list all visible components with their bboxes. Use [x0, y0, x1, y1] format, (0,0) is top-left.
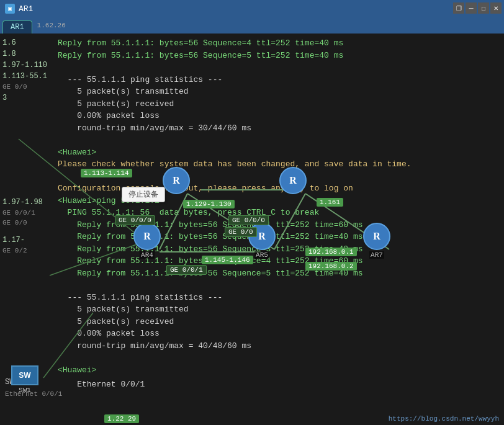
tag-1113-1114: 1.113-1.114 [81, 169, 132, 177]
side-label: 3 [2, 92, 50, 104]
title-bar: ▣ AR1 ❐ ─ □ ✕ [0, 0, 504, 17]
tag-192-168-0-2: 192.168.0.2 [305, 262, 357, 271]
side-label: GE 0/0/1 [2, 208, 50, 218]
sw1-label: SW1 [5, 377, 19, 388]
terminal-line [58, 352, 499, 364]
tag-ge000-2: GE 0/0/0 [228, 215, 269, 225]
tag-1145-1146: 1.145-1.146 [202, 256, 253, 264]
tab-sublabel: 1.62.26 [37, 22, 66, 29]
terminal-line: --- 55.1.1.1 ping statistics --- [58, 292, 499, 304]
stop-device-tooltip[interactable]: 停止设备 [122, 187, 165, 202]
side-label: 1.97-1.98 [2, 197, 50, 208]
terminal-line: Reply from 55.1.1.1: bytes=56 Sequence=2… [58, 231, 499, 243]
blog-url: https://blog.csdn.net/wwyyh [389, 415, 499, 423]
terminal-line: 5 packet(s) transmitted [58, 86, 499, 98]
terminal-line [58, 134, 499, 146]
terminal-line: round-trip min/avg/max = 30/44/60 ms [58, 122, 499, 135]
side-label: GE 0/0 [2, 218, 50, 228]
app-icon: ▣ [5, 4, 15, 14]
terminal-line: Reply from 55.1.1.1: bytes=56 Sequence=4… [58, 255, 499, 267]
terminal-line: 5 packet(s) received [58, 316, 499, 328]
window-title: AR1 [19, 4, 33, 14]
tag-ge00: GE 0/0 [225, 227, 257, 237]
restore-button[interactable]: ❐ [453, 2, 464, 14]
window-controls[interactable]: ❐ ─ □ ✕ [453, 2, 502, 14]
terminal-line: Reply from 55.1.1.1: bytes=56 Sequence=5… [58, 50, 499, 62]
terminal-line: Ethernet 0/0/1 [58, 378, 499, 391]
side-label: 1.6 [2, 37, 50, 48]
tab-label: AR1 [11, 23, 24, 32]
tab-ar1[interactable]: AR1 [2, 20, 32, 34]
tag-1-22-29: 1.22 29 [104, 414, 139, 423]
side-label: 1.97-1.110 [2, 60, 50, 71]
main-area: 1.6 1.8 1.97-1.110 1.113-55.1 GE 0/0 3 1… [0, 34, 504, 425]
close-button[interactable]: ✕ [490, 2, 502, 14]
terminal-line: 5 packet(s) transmitted [58, 303, 499, 316]
side-label: GE 0/2 [2, 246, 50, 256]
maximize-button[interactable]: □ [478, 2, 489, 14]
side-label: 1.113-55.1 [2, 71, 50, 82]
ethernet-label: Ethernet 0/0/1 [5, 389, 62, 400]
terminal-line [58, 61, 499, 74]
terminal-line: 5 packet(s) received [58, 98, 499, 110]
terminal-line: 0.00% packet loss [58, 110, 499, 122]
minimize-button[interactable]: ─ [466, 2, 477, 14]
tag-ge001: GE 0/0/1 [166, 265, 207, 275]
terminal-line: Reply from 55.1.1.1: bytes=56 Sequence=3… [58, 243, 499, 256]
terminal-line [58, 279, 499, 292]
terminal-prompt: <Huawei> [58, 364, 499, 377]
terminal-line: Reply from 55.1.1.1: bytes=56 Sequence=5… [58, 267, 499, 280]
tab-row: AR1 1.62.26 [0, 17, 504, 34]
terminal-line: round-trip min/avg/max = 40/48/60 ms [58, 340, 499, 352]
side-label: 1.8 [2, 48, 50, 60]
tag-1161: 1.161 [317, 198, 343, 207]
side-label: 1.17- [2, 235, 50, 246]
tag-1129-1130: 1.129-1.130 [183, 200, 235, 208]
tag-192-168-0-1: 192.168.0.1 [305, 248, 357, 256]
side-label: GE 0/0 [2, 82, 50, 92]
terminal-line: --- 55.1.1.1 ping statistics --- [58, 74, 499, 86]
terminal-line: 0.00% packet loss [58, 328, 499, 340]
terminal-line: Reply from 55.1.1.1: bytes=56 Sequence=4… [58, 37, 499, 50]
terminal-prompt: <Huawei> [58, 146, 499, 159]
tag-ge000-1: GE 0/0/0 [115, 215, 155, 225]
